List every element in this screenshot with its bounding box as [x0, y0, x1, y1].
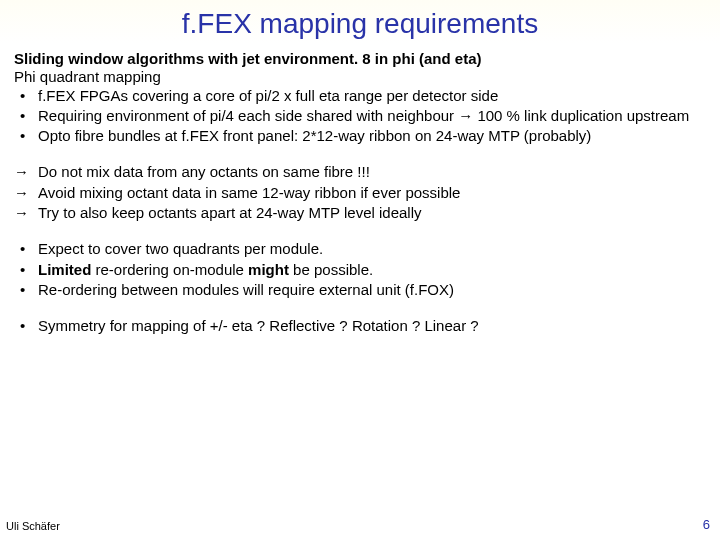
bullet-item: Requiring environment of pi/4 each side …	[14, 107, 706, 125]
footer-author: Uli Schäfer	[6, 520, 60, 532]
arrow-item: Avoid mixing octant data in same 12-way …	[14, 184, 706, 202]
bullet-item: Limited re-ordering on-module might be p…	[14, 261, 706, 279]
text: be possible.	[289, 261, 373, 278]
bullet-group-2: Expect to cover two quadrants per module…	[14, 240, 706, 299]
bullet-group-3: Symmetry for mapping of +/- eta ? Reflec…	[14, 317, 706, 335]
bold-text: might	[248, 261, 289, 278]
intro-bold: Sliding window algorithms with jet envir…	[14, 50, 706, 68]
bullet-group-1: f.FEX FPGAs covering a core of pi/2 x fu…	[14, 87, 706, 146]
bold-text: Limited	[38, 261, 91, 278]
bullet-item: Symmetry for mapping of +/- eta ? Reflec…	[14, 317, 706, 335]
bullet-item: Expect to cover two quadrants per module…	[14, 240, 706, 258]
intro-plain: Phi quadrant mapping	[14, 68, 706, 86]
arrow-group: Do not mix data from any octants on same…	[14, 163, 706, 222]
bullet-item: Opto fibre bundles at f.FEX front panel:…	[14, 127, 706, 145]
arrow-item: Do not mix data from any octants on same…	[14, 163, 706, 181]
bullet-item: Re-ordering between modules will require…	[14, 281, 706, 299]
slide-body: Sliding window algorithms with jet envir…	[0, 46, 720, 336]
page-number: 6	[703, 517, 710, 532]
bullet-item: f.FEX FPGAs covering a core of pi/2 x fu…	[14, 87, 706, 105]
arrow-item: Try to also keep octants apart at 24-way…	[14, 204, 706, 222]
text: re-ordering on-module	[91, 261, 248, 278]
slide-title: f.FEX mapping requirements	[0, 0, 720, 46]
footer: Uli Schäfer 6	[6, 520, 710, 532]
